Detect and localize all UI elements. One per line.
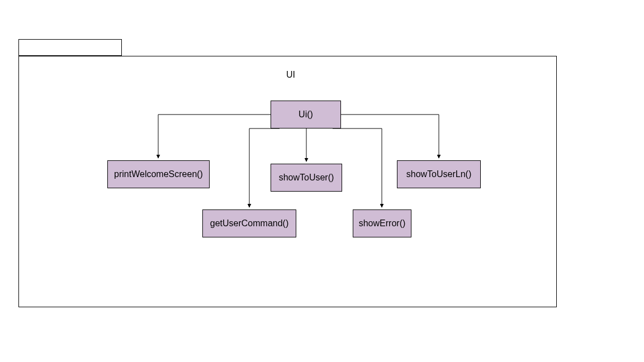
package-title: UI bbox=[268, 70, 313, 80]
node-label: showToUser() bbox=[279, 173, 334, 183]
node-print-welcome-screen: printWelcomeScreen() bbox=[107, 160, 210, 188]
node-show-to-user-ln: showToUserLn() bbox=[397, 160, 481, 188]
node-label: showError() bbox=[359, 218, 406, 228]
node-show-error: showError() bbox=[353, 209, 411, 237]
node-label: showToUserLn() bbox=[406, 169, 471, 179]
package-tab bbox=[18, 39, 122, 56]
node-label: Ui() bbox=[299, 109, 313, 120]
diagram-canvas: UI Ui() printWelcomeScreen() showToUser(… bbox=[0, 0, 644, 362]
node-label: printWelcomeScreen() bbox=[114, 169, 203, 179]
node-label: getUserCommand() bbox=[210, 218, 288, 228]
node-get-user-command: getUserCommand() bbox=[202, 209, 296, 237]
node-show-to-user: showToUser() bbox=[271, 164, 342, 192]
node-ui-root: Ui() bbox=[271, 101, 341, 128]
